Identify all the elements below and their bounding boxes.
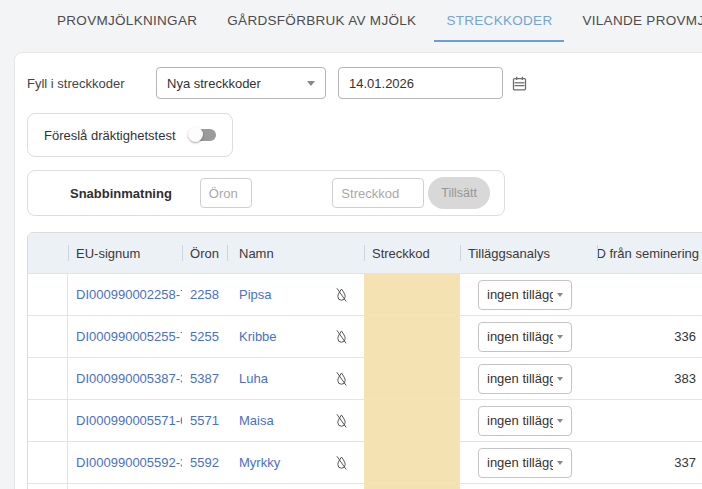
eu-signum-link[interactable]: DI000990005387-3 xyxy=(76,371,182,386)
chevron-down-icon xyxy=(307,81,315,86)
tillaggsanalys-value: ingen tilläggs... xyxy=(487,287,553,302)
name-link[interactable]: Luha xyxy=(239,371,268,386)
ear-number-link[interactable]: 5571 xyxy=(190,413,219,428)
streckkod-cell[interactable] xyxy=(364,316,460,357)
calendar-icon xyxy=(511,75,528,92)
table-row: DI000990005571-6 5571 Maisa ingen tilläg… xyxy=(28,399,702,441)
milk-drop-slash-icon xyxy=(333,285,350,305)
ear-number-link[interactable]: 5255 xyxy=(190,329,219,344)
quick-entry-box: Snabbinmatning Tillsätt xyxy=(27,170,505,216)
milk-drop-slash-icon xyxy=(333,369,350,389)
table-row: DI000990005387-3 5387 Luha ingen tillägg… xyxy=(28,357,702,399)
row-spacer-cell xyxy=(28,400,68,441)
milk-drop-slash-icon xyxy=(333,411,350,431)
d-fran-seminering-value: 383 xyxy=(597,358,702,399)
date-input[interactable] xyxy=(338,67,503,99)
quick-entry-label: Snabbinmatning xyxy=(70,186,172,201)
tillaggsanalys-value: ingen tilläggs... xyxy=(487,329,553,344)
row-spacer-cell xyxy=(28,316,68,357)
streckkod-cell[interactable] xyxy=(364,274,460,315)
table-row: DI000990002258-7 2258 Pipsa ingen tilläg… xyxy=(28,273,702,315)
eu-signum-link[interactable]: DI000990005571-6 xyxy=(76,413,182,428)
tab-streckkoder[interactable]: STRECKKODER xyxy=(434,0,564,42)
column-header-tillaggsanalys: Tilläggsanalys xyxy=(460,233,597,273)
tab-bar: PROVMJÖLKNINGAR GÅRDSFÖRBRUK AV MJÖLK ST… xyxy=(0,0,702,42)
pregnancy-test-toggle-label: Föreslå dräktighetstest xyxy=(44,128,176,143)
chevron-down-icon xyxy=(557,377,563,381)
chevron-down-icon xyxy=(557,461,563,465)
row-spacer-cell xyxy=(28,274,68,315)
d-fran-seminering-value xyxy=(597,274,702,315)
table-body: DI000990002258-7 2258 Pipsa ingen tilläg… xyxy=(28,273,702,489)
milk-drop-slash-icon xyxy=(333,327,350,347)
table-row xyxy=(28,483,702,489)
row-spacer-cell xyxy=(28,484,68,489)
streckkod-cell[interactable] xyxy=(364,442,460,483)
barcode-input[interactable] xyxy=(332,178,424,208)
calendar-button[interactable] xyxy=(511,75,528,92)
tillaggsanalys-value: ingen tilläggs... xyxy=(487,413,553,428)
ear-number-link[interactable]: 5592 xyxy=(190,455,219,470)
pregnancy-test-toggle[interactable] xyxy=(188,128,216,142)
toggle-knob xyxy=(188,127,203,142)
table-row: DI000990005592-3 5592 Myrkky ingen tillä… xyxy=(28,441,702,483)
name-link[interactable]: Pipsa xyxy=(239,287,272,302)
streckkod-cell[interactable] xyxy=(364,484,460,489)
tillaggsanalys-value: ingen tilläggs... xyxy=(487,455,553,470)
column-header-streckkod: Streckkod xyxy=(364,233,460,273)
chevron-down-icon xyxy=(557,335,563,339)
tillaggsanalys-select[interactable]: ingen tilläggs... xyxy=(478,280,572,310)
fill-barcode-label: Fyll i streckkoder xyxy=(27,76,156,91)
column-header-oron: Öron xyxy=(182,233,227,273)
column-header-empty xyxy=(28,233,68,273)
pregnancy-test-toggle-box: Föreslå dräktighetstest xyxy=(27,113,233,157)
fill-barcode-form: Fyll i streckkoder Nya streckkoder xyxy=(27,67,702,99)
column-header-d-fran-seminering: D från seminering xyxy=(597,233,702,273)
eu-signum-link[interactable]: DI000990005255-7 xyxy=(76,329,182,344)
d-fran-seminering-value: 337 xyxy=(597,442,702,483)
streckkoder-panel: Fyll i streckkoder Nya streckkoder Föres… xyxy=(14,52,702,489)
ear-number-link[interactable]: 2258 xyxy=(190,287,219,302)
ear-number-input[interactable] xyxy=(200,178,252,208)
milk-drop-slash-icon xyxy=(333,453,350,473)
tillaggsanalys-select[interactable]: ingen tilläggs... xyxy=(478,406,572,436)
chevron-down-icon xyxy=(557,293,563,297)
d-fran-seminering-value xyxy=(597,400,702,441)
table-header-row: EU-signum Öron Namn Streckkod Tilläggsan… xyxy=(28,233,702,273)
barcode-table: EU-signum Öron Namn Streckkod Tilläggsan… xyxy=(27,232,702,489)
table-row: DI000990005255-7 5255 Kribbe ingen tillä… xyxy=(28,315,702,357)
row-spacer-cell xyxy=(28,358,68,399)
column-header-namn: Namn xyxy=(227,233,364,273)
tillaggsanalys-select[interactable]: ingen tilläggs... xyxy=(478,322,572,352)
add-button[interactable]: Tillsätt xyxy=(428,177,490,209)
barcode-mode-select[interactable]: Nya streckkoder xyxy=(156,67,326,99)
tillaggsanalys-select[interactable]: ingen tilläggs... xyxy=(478,448,572,478)
d-fran-seminering-value: 336 xyxy=(597,316,702,357)
row-spacer-cell xyxy=(28,442,68,483)
tillaggsanalys-select[interactable]: ingen tilläggs... xyxy=(478,364,572,394)
streckkod-cell[interactable] xyxy=(364,358,460,399)
streckkod-cell[interactable] xyxy=(364,400,460,441)
tab-provmjolkningar[interactable]: PROVMJÖLKNINGAR xyxy=(45,0,209,42)
eu-signum-link[interactable]: DI000990005592-3 xyxy=(76,455,182,470)
barcode-mode-value: Nya streckkoder xyxy=(167,76,261,91)
tab-vilande-provmjolkningar[interactable]: VILANDE PROVMJÖLKN xyxy=(570,0,702,42)
chevron-down-icon xyxy=(557,419,563,423)
name-link[interactable]: Maisa xyxy=(239,413,274,428)
column-header-eu-signum: EU-signum xyxy=(68,233,182,273)
name-link[interactable]: Myrkky xyxy=(239,455,280,470)
ear-number-link[interactable]: 5387 xyxy=(190,371,219,386)
tab-gardsforbruk-av-mjolk[interactable]: GÅRDSFÖRBRUK AV MJÖLK xyxy=(215,0,428,42)
eu-signum-link[interactable]: DI000990002258-7 xyxy=(76,287,182,302)
d-fran-seminering-value xyxy=(597,484,702,489)
name-link[interactable]: Kribbe xyxy=(239,329,277,344)
tillaggsanalys-value: ingen tilläggs... xyxy=(487,371,553,386)
